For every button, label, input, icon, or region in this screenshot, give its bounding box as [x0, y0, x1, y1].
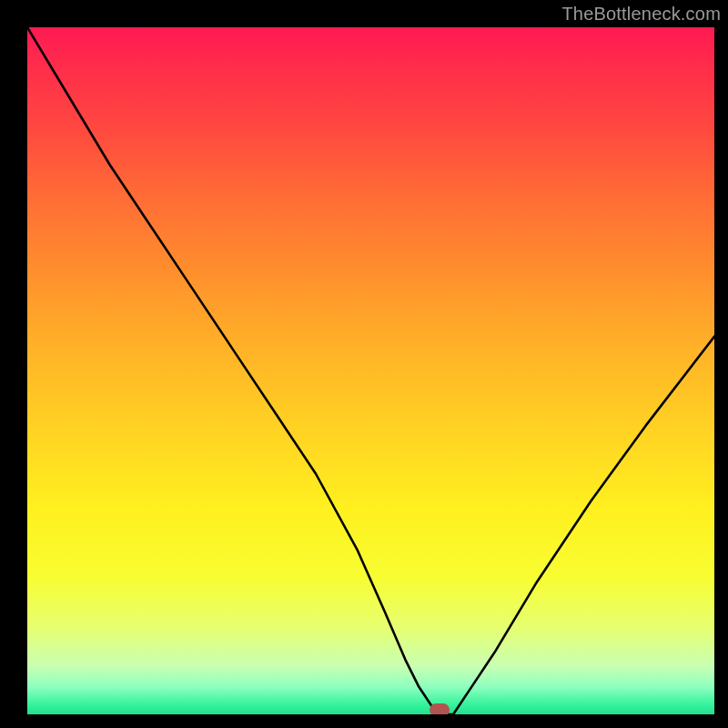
bottleneck-curve	[27, 27, 714, 714]
chart-frame: TheBottleneck.com	[0, 0, 728, 728]
curve-path	[27, 27, 714, 714]
plot-area	[27, 27, 714, 714]
minimum-marker	[430, 703, 450, 714]
watermark-text: TheBottleneck.com	[561, 4, 721, 25]
